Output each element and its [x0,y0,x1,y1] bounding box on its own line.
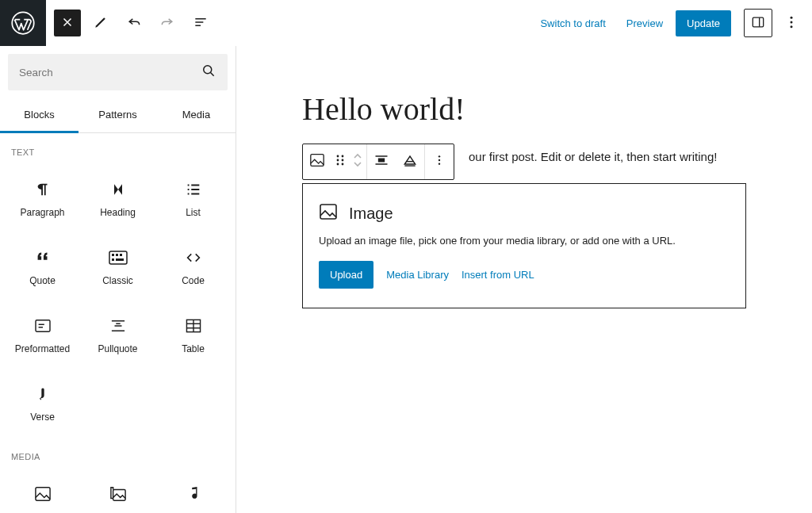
block-list[interactable]: List [155,165,231,233]
svg-rect-8 [109,251,127,264]
audio-icon [184,484,203,503]
block-options-button[interactable] [425,144,454,179]
tab-blocks[interactable]: Blocks [0,98,79,133]
block-heading[interactable]: Heading [80,165,155,233]
block-code-label: Code [182,275,205,286]
block-classic-label: Classic [102,275,133,286]
block-list-label: List [186,207,201,218]
svg-rect-28 [378,159,385,163]
editor-top-toolbar: Switch to draft Preview Update [0,0,812,46]
svg-rect-11 [120,254,122,256]
image-icon [309,153,325,170]
image-block-header: Image [319,203,730,224]
block-audio[interactable]: Audio [155,469,231,513]
block-preformatted-label: Preformatted [15,343,70,354]
image-block-title: Image [349,205,393,223]
classic-icon [109,248,128,267]
block-type-button[interactable] [303,144,331,179]
block-heading-label: Heading [100,207,136,218]
image-icon [33,484,52,503]
svg-rect-1 [753,17,763,27]
svg-point-31 [439,155,440,157]
block-table[interactable]: Table [155,301,231,369]
image-block-description: Upload an image file, pick one from your… [319,235,730,247]
block-inserter-panel: Blocks Patterns Media Text Paragraph Hea… [0,46,236,513]
svg-rect-12 [112,258,114,261]
block-gallery[interactable]: Gallery [80,469,155,513]
settings-panel-toggle[interactable] [744,9,772,37]
topbar-left-tools [46,10,214,36]
code-icon [184,248,203,267]
undo-button[interactable] [121,10,147,36]
image-block-placeholder[interactable]: Image Upload an image file, pick one fro… [302,183,746,308]
drag-handle[interactable] [331,144,349,179]
move-arrows[interactable] [349,144,366,179]
block-image[interactable]: Image [5,469,80,513]
preformatted-icon [33,316,52,335]
svg-rect-10 [116,254,118,256]
block-paragraph[interactable]: Paragraph [5,165,80,233]
caption-button[interactable] [396,144,424,179]
svg-rect-34 [320,205,336,219]
sidebar-panel-icon [750,14,766,33]
insert-from-url-button[interactable]: Insert from URL [462,269,534,281]
inserter-tabs: Blocks Patterns Media [0,98,236,133]
block-quote[interactable]: Quote [5,233,80,301]
inserter-block-list[interactable]: Text Paragraph Heading List Quote [0,133,236,513]
preview-button[interactable]: Preview [619,11,671,36]
block-pullquote[interactable]: Pullquote [80,301,155,369]
block-code[interactable]: Code [155,233,231,301]
svg-rect-14 [36,320,50,331]
tools-button[interactable] [87,10,114,36]
svg-rect-13 [116,258,124,261]
paragraph-text-tail[interactable]: our first post. Edit or delete it, then … [469,150,717,163]
caption-icon [402,153,418,170]
svg-point-25 [342,159,344,162]
svg-point-22 [337,155,339,158]
more-vertical-icon [783,14,799,33]
media-library-button[interactable]: Media Library [386,269,449,281]
switch-to-draft-button[interactable]: Switch to draft [532,11,613,36]
editor-canvas-scroll[interactable]: Hello world! [236,46,812,513]
block-quote-label: Quote [29,275,56,286]
svg-point-6 [204,66,212,74]
search-input[interactable] [19,67,201,78]
block-preformatted[interactable]: Preformatted [5,301,80,369]
document-overview-button[interactable] [187,10,214,36]
quote-icon [33,248,52,267]
image-block-actions: Upload Media Library Insert from URL [319,261,730,289]
svg-rect-9 [112,254,114,256]
svg-rect-19 [35,488,49,500]
paragraph-with-toolbar: our first post. Edit or delete it, then … [302,144,746,172]
pencil-icon [93,14,109,33]
svg-point-3 [791,16,793,18]
redo-button[interactable] [154,10,181,36]
options-menu-button[interactable] [777,9,806,37]
close-inserter-button[interactable] [54,10,81,36]
chevron-updown-icon [353,151,362,172]
svg-point-33 [439,163,440,164]
list-icon [184,180,203,199]
wordpress-logo[interactable] [0,0,46,46]
category-text-label: Text [0,133,236,165]
close-icon [60,15,75,32]
upload-button[interactable]: Upload [319,261,373,289]
tab-patterns[interactable]: Patterns [79,98,157,132]
align-button[interactable] [367,144,396,179]
verse-icon [33,385,52,404]
post-title[interactable]: Hello world! [302,90,746,128]
svg-point-23 [342,155,344,158]
block-classic[interactable]: Classic [80,233,155,301]
svg-point-32 [439,159,440,161]
category-media-label: Media [0,438,236,469]
redo-icon [159,14,175,33]
topbar-right-tools: Switch to draft Preview Update [532,9,806,37]
svg-point-26 [337,163,339,166]
undo-icon [126,14,142,33]
svg-rect-21 [311,155,324,167]
tab-media[interactable]: Media [157,98,236,132]
search-icon [201,63,216,82]
inserter-search[interactable] [8,54,228,90]
update-button[interactable]: Update [676,10,731,36]
block-verse[interactable]: Verse [5,369,80,438]
